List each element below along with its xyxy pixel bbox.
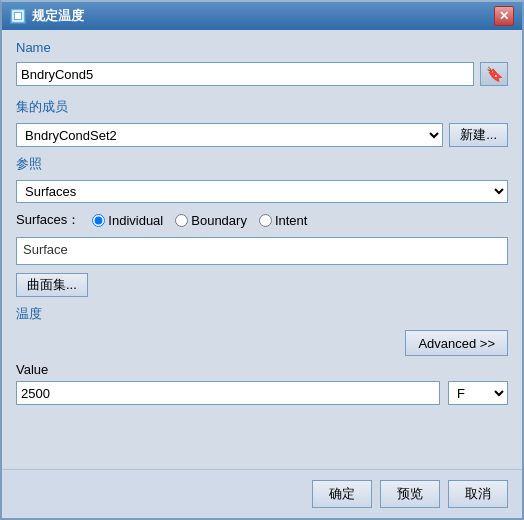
dialog-content: Name 🔖 集的成员 BndryCondSet2 新建... 参照 Surf — [2, 30, 522, 469]
surface-display: Surface — [16, 237, 508, 265]
surface-btn-row: 曲面集... — [16, 273, 508, 297]
unit-select[interactable]: F C K — [448, 381, 508, 405]
radio-boundary[interactable]: Boundary — [175, 213, 247, 228]
advanced-button[interactable]: Advanced >> — [405, 330, 508, 356]
member-section: 集的成员 BndryCondSet2 新建... — [16, 98, 508, 147]
svg-rect-1 — [15, 13, 21, 19]
bookmark-icon: 🔖 — [486, 66, 503, 82]
radio-intent[interactable]: Intent — [259, 213, 308, 228]
name-input[interactable] — [16, 62, 474, 86]
surface-set-button[interactable]: 曲面集... — [16, 273, 88, 297]
value-row: Value — [16, 362, 508, 377]
window-title: 规定温度 — [32, 7, 84, 25]
radio-individual[interactable]: Individual — [92, 213, 163, 228]
close-button[interactable]: ✕ — [494, 6, 514, 26]
member-row: BndryCondSet2 新建... — [16, 123, 508, 147]
advanced-row: Advanced >> — [16, 330, 508, 356]
surfaces-prefix: Surfaces： — [16, 211, 80, 229]
main-window: 规定温度 ✕ Name 🔖 集的成员 BndryCondSet2 新建... — [0, 0, 524, 520]
surfaces-radio-group: Surfaces： Individual Boundary Intent — [16, 211, 508, 229]
window-icon — [10, 8, 26, 24]
name-row: 🔖 — [16, 62, 508, 86]
value-input[interactable] — [16, 381, 440, 405]
name-label: Name — [16, 40, 508, 55]
name-icon-button[interactable]: 🔖 — [480, 62, 508, 86]
temp-section: 温度 Advanced >> Value F C K — [16, 305, 508, 405]
name-section: Name 🔖 — [16, 40, 508, 86]
preview-button[interactable]: 预览 — [380, 480, 440, 508]
footer: 确定 预览 取消 — [2, 469, 522, 518]
value-label: Value — [16, 362, 48, 377]
temp-label: 温度 — [16, 305, 508, 323]
new-button[interactable]: 新建... — [449, 123, 508, 147]
ok-button[interactable]: 确定 — [312, 480, 372, 508]
member-label: 集的成员 — [16, 98, 508, 116]
title-bar-left: 规定温度 — [10, 7, 84, 25]
title-bar: 规定温度 ✕ — [2, 2, 522, 30]
cancel-button[interactable]: 取消 — [448, 480, 508, 508]
member-select[interactable]: BndryCondSet2 — [16, 123, 443, 147]
ref-section: 参照 Surfaces — [16, 155, 508, 203]
value-input-row: F C K — [16, 381, 508, 405]
ref-label: 参照 — [16, 155, 508, 173]
ref-select[interactable]: Surfaces — [16, 180, 508, 203]
